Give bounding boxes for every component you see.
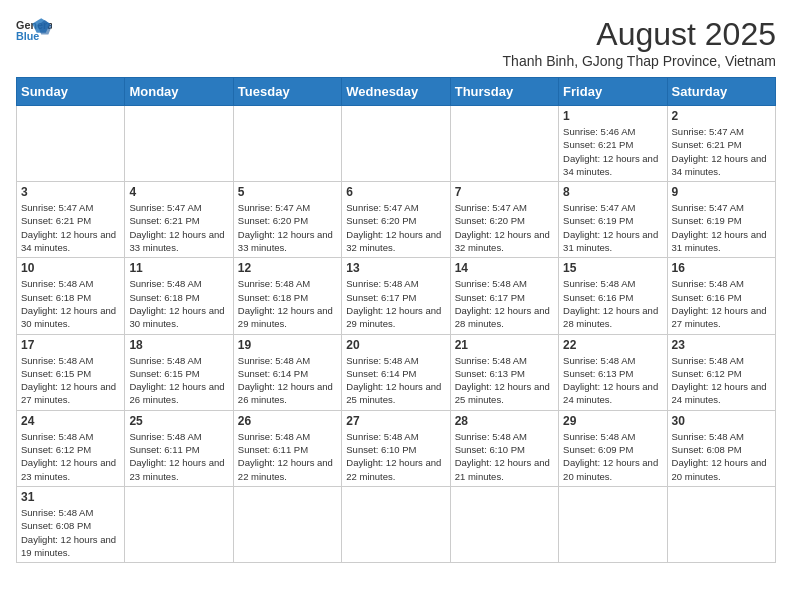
day-info: Sunrise: 5:48 AM Sunset: 6:15 PM Dayligh… (21, 354, 120, 407)
day-number: 30 (672, 414, 771, 428)
day-info: Sunrise: 5:48 AM Sunset: 6:17 PM Dayligh… (455, 277, 554, 330)
day-number: 7 (455, 185, 554, 199)
day-number: 28 (455, 414, 554, 428)
day-number: 11 (129, 261, 228, 275)
day-info: Sunrise: 5:47 AM Sunset: 6:21 PM Dayligh… (21, 201, 120, 254)
day-number: 8 (563, 185, 662, 199)
calendar-day-cell (17, 106, 125, 182)
day-number: 18 (129, 338, 228, 352)
day-info: Sunrise: 5:47 AM Sunset: 6:21 PM Dayligh… (129, 201, 228, 254)
day-number: 21 (455, 338, 554, 352)
calendar-header-row: SundayMondayTuesdayWednesdayThursdayFrid… (17, 78, 776, 106)
day-info: Sunrise: 5:47 AM Sunset: 6:21 PM Dayligh… (672, 125, 771, 178)
calendar-day-cell (125, 486, 233, 562)
day-info: Sunrise: 5:48 AM Sunset: 6:13 PM Dayligh… (455, 354, 554, 407)
day-number: 16 (672, 261, 771, 275)
day-info: Sunrise: 5:48 AM Sunset: 6:12 PM Dayligh… (672, 354, 771, 407)
calendar-day-cell: 7Sunrise: 5:47 AM Sunset: 6:20 PM Daylig… (450, 182, 558, 258)
calendar-week-row: 31Sunrise: 5:48 AM Sunset: 6:08 PM Dayli… (17, 486, 776, 562)
day-number: 9 (672, 185, 771, 199)
calendar-week-row: 1Sunrise: 5:46 AM Sunset: 6:21 PM Daylig… (17, 106, 776, 182)
calendar-header-cell: Monday (125, 78, 233, 106)
day-number: 29 (563, 414, 662, 428)
day-number: 23 (672, 338, 771, 352)
calendar-day-cell: 9Sunrise: 5:47 AM Sunset: 6:19 PM Daylig… (667, 182, 775, 258)
calendar-day-cell: 25Sunrise: 5:48 AM Sunset: 6:11 PM Dayli… (125, 410, 233, 486)
calendar-day-cell: 14Sunrise: 5:48 AM Sunset: 6:17 PM Dayli… (450, 258, 558, 334)
day-info: Sunrise: 5:47 AM Sunset: 6:19 PM Dayligh… (563, 201, 662, 254)
calendar-day-cell: 27Sunrise: 5:48 AM Sunset: 6:10 PM Dayli… (342, 410, 450, 486)
calendar-day-cell: 12Sunrise: 5:48 AM Sunset: 6:18 PM Dayli… (233, 258, 341, 334)
day-info: Sunrise: 5:48 AM Sunset: 6:18 PM Dayligh… (129, 277, 228, 330)
page-title: August 2025 (503, 16, 776, 53)
day-info: Sunrise: 5:48 AM Sunset: 6:08 PM Dayligh… (21, 506, 120, 559)
day-number: 5 (238, 185, 337, 199)
calendar-day-cell: 22Sunrise: 5:48 AM Sunset: 6:13 PM Dayli… (559, 334, 667, 410)
calendar-day-cell (233, 106, 341, 182)
day-info: Sunrise: 5:48 AM Sunset: 6:09 PM Dayligh… (563, 430, 662, 483)
calendar-day-cell: 3Sunrise: 5:47 AM Sunset: 6:21 PM Daylig… (17, 182, 125, 258)
day-number: 3 (21, 185, 120, 199)
day-number: 22 (563, 338, 662, 352)
calendar-week-row: 17Sunrise: 5:48 AM Sunset: 6:15 PM Dayli… (17, 334, 776, 410)
day-info: Sunrise: 5:47 AM Sunset: 6:20 PM Dayligh… (238, 201, 337, 254)
day-info: Sunrise: 5:46 AM Sunset: 6:21 PM Dayligh… (563, 125, 662, 178)
day-info: Sunrise: 5:48 AM Sunset: 6:16 PM Dayligh… (672, 277, 771, 330)
calendar-day-cell: 23Sunrise: 5:48 AM Sunset: 6:12 PM Dayli… (667, 334, 775, 410)
calendar-day-cell (559, 486, 667, 562)
calendar-day-cell: 11Sunrise: 5:48 AM Sunset: 6:18 PM Dayli… (125, 258, 233, 334)
day-number: 19 (238, 338, 337, 352)
calendar-day-cell: 30Sunrise: 5:48 AM Sunset: 6:08 PM Dayli… (667, 410, 775, 486)
day-info: Sunrise: 5:48 AM Sunset: 6:10 PM Dayligh… (455, 430, 554, 483)
calendar-day-cell: 6Sunrise: 5:47 AM Sunset: 6:20 PM Daylig… (342, 182, 450, 258)
day-info: Sunrise: 5:47 AM Sunset: 6:20 PM Dayligh… (346, 201, 445, 254)
calendar-day-cell: 29Sunrise: 5:48 AM Sunset: 6:09 PM Dayli… (559, 410, 667, 486)
page-subtitle: Thanh Binh, GJong Thap Province, Vietnam (503, 53, 776, 69)
logo: General Blue (16, 16, 52, 44)
calendar-day-cell (450, 486, 558, 562)
day-number: 2 (672, 109, 771, 123)
day-number: 31 (21, 490, 120, 504)
day-info: Sunrise: 5:48 AM Sunset: 6:14 PM Dayligh… (238, 354, 337, 407)
calendar-day-cell (667, 486, 775, 562)
calendar-header-cell: Wednesday (342, 78, 450, 106)
day-info: Sunrise: 5:48 AM Sunset: 6:18 PM Dayligh… (21, 277, 120, 330)
day-number: 12 (238, 261, 337, 275)
day-info: Sunrise: 5:48 AM Sunset: 6:17 PM Dayligh… (346, 277, 445, 330)
calendar-day-cell: 21Sunrise: 5:48 AM Sunset: 6:13 PM Dayli… (450, 334, 558, 410)
header: General Blue August 2025 Thanh Binh, GJo… (16, 16, 776, 69)
day-info: Sunrise: 5:47 AM Sunset: 6:20 PM Dayligh… (455, 201, 554, 254)
calendar-day-cell: 15Sunrise: 5:48 AM Sunset: 6:16 PM Dayli… (559, 258, 667, 334)
day-number: 1 (563, 109, 662, 123)
logo-svg: General Blue (16, 16, 52, 44)
calendar-day-cell: 17Sunrise: 5:48 AM Sunset: 6:15 PM Dayli… (17, 334, 125, 410)
day-info: Sunrise: 5:48 AM Sunset: 6:18 PM Dayligh… (238, 277, 337, 330)
calendar-day-cell: 20Sunrise: 5:48 AM Sunset: 6:14 PM Dayli… (342, 334, 450, 410)
day-info: Sunrise: 5:48 AM Sunset: 6:10 PM Dayligh… (346, 430, 445, 483)
day-info: Sunrise: 5:48 AM Sunset: 6:08 PM Dayligh… (672, 430, 771, 483)
day-info: Sunrise: 5:48 AM Sunset: 6:15 PM Dayligh… (129, 354, 228, 407)
calendar-day-cell (233, 486, 341, 562)
day-info: Sunrise: 5:48 AM Sunset: 6:14 PM Dayligh… (346, 354, 445, 407)
calendar-day-cell: 18Sunrise: 5:48 AM Sunset: 6:15 PM Dayli… (125, 334, 233, 410)
day-info: Sunrise: 5:48 AM Sunset: 6:11 PM Dayligh… (238, 430, 337, 483)
day-number: 26 (238, 414, 337, 428)
calendar-body: 1Sunrise: 5:46 AM Sunset: 6:21 PM Daylig… (17, 106, 776, 563)
calendar-day-cell: 1Sunrise: 5:46 AM Sunset: 6:21 PM Daylig… (559, 106, 667, 182)
day-number: 15 (563, 261, 662, 275)
calendar-header-cell: Tuesday (233, 78, 341, 106)
day-info: Sunrise: 5:48 AM Sunset: 6:13 PM Dayligh… (563, 354, 662, 407)
calendar-day-cell: 13Sunrise: 5:48 AM Sunset: 6:17 PM Dayli… (342, 258, 450, 334)
calendar-day-cell: 26Sunrise: 5:48 AM Sunset: 6:11 PM Dayli… (233, 410, 341, 486)
calendar-header-cell: Friday (559, 78, 667, 106)
day-number: 17 (21, 338, 120, 352)
day-info: Sunrise: 5:48 AM Sunset: 6:12 PM Dayligh… (21, 430, 120, 483)
calendar-day-cell: 24Sunrise: 5:48 AM Sunset: 6:12 PM Dayli… (17, 410, 125, 486)
calendar-day-cell: 31Sunrise: 5:48 AM Sunset: 6:08 PM Dayli… (17, 486, 125, 562)
calendar-header-cell: Thursday (450, 78, 558, 106)
calendar-header-cell: Sunday (17, 78, 125, 106)
calendar-day-cell: 2Sunrise: 5:47 AM Sunset: 6:21 PM Daylig… (667, 106, 775, 182)
calendar-day-cell: 8Sunrise: 5:47 AM Sunset: 6:19 PM Daylig… (559, 182, 667, 258)
day-number: 13 (346, 261, 445, 275)
calendar-day-cell: 16Sunrise: 5:48 AM Sunset: 6:16 PM Dayli… (667, 258, 775, 334)
